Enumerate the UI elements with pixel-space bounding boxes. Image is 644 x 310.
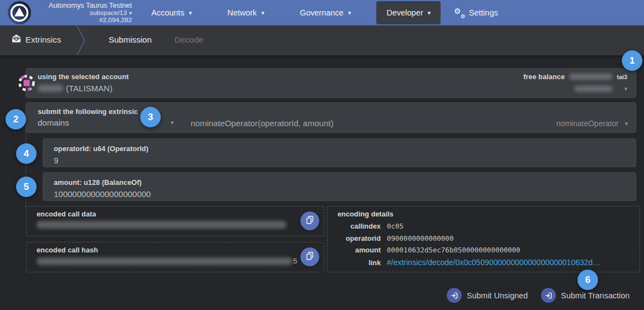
chevron-down-icon <box>428 9 431 17</box>
nav-network[interactable]: Network <box>217 1 274 24</box>
submit-unsigned-button[interactable]: Submit Unsigned <box>447 288 528 303</box>
encoded-call-hash-box: encoded call hash 5 <box>26 242 324 272</box>
annotation-circle-3: 3 <box>140 107 161 127</box>
chevron-down-icon[interactable] <box>624 85 627 92</box>
top-nav: Autonomys Taurus Testnet subspace/13 #2,… <box>0 0 644 25</box>
annotation-circle-5: 5 <box>16 177 37 197</box>
nav-developer[interactable]: Developer <box>376 1 441 24</box>
tab-submission[interactable]: Submission <box>109 35 152 44</box>
account-name-redacted <box>38 85 63 92</box>
sign-in-icon <box>541 288 556 303</box>
encoded-call-hash-label: encoded call hash <box>37 246 98 254</box>
balance-secondary-redacted <box>574 86 613 92</box>
free-balance-label: free balance <box>523 73 565 81</box>
amount-input[interactable]: 100000000000000000000 <box>54 189 151 199</box>
annotation-circle-4: 4 <box>16 143 37 164</box>
encoding-row-operatorid: operatorid 0900000000000000 <box>338 234 634 246</box>
copy-icon <box>305 251 315 263</box>
extrinsics-page: Autonomys Taurus Testnet subspace/13 #2,… <box>0 0 644 310</box>
submit-transaction-button[interactable]: Submit Transaction <box>541 288 630 303</box>
encoded-call-data-label: encoded call data <box>37 210 96 218</box>
copy-icon <box>305 215 315 227</box>
brand-block: Autonomys Taurus Testnet subspace/13 #2,… <box>35 2 132 24</box>
callindex-value: 0c05 <box>387 222 403 230</box>
breadcrumb-chevron <box>76 25 88 58</box>
chevron-down-icon[interactable] <box>171 119 174 126</box>
param-operator-id[interactable]: operatorId: u64 (OperatorId) 9 <box>43 138 636 167</box>
annotation-circle-2: 2 <box>6 109 26 130</box>
autonomys-logo-icon[interactable] <box>8 1 31 24</box>
balance-unit: tai3 <box>617 74 627 80</box>
call-data-redacted <box>37 221 287 229</box>
chevron-down-icon <box>625 120 628 127</box>
decode-link[interactable]: #/extrinsics/decode/0x0c0509000000000000… <box>387 258 600 267</box>
account-identicon[interactable] <box>18 74 35 92</box>
pallet-select[interactable]: domains <box>38 118 69 127</box>
main-menu: Accounts Network Governance Developer ⚙⚙… <box>141 0 508 25</box>
tab-decode[interactable]: Decode <box>175 35 203 44</box>
free-balance-block: free balance tai3 <box>523 73 627 92</box>
sign-in-icon <box>447 288 462 303</box>
nav-accounts[interactable]: Accounts <box>141 1 202 24</box>
gears-icon: ⚙⚙ <box>454 8 465 18</box>
chevron-down-icon <box>129 10 132 16</box>
section-title: Extrinsics <box>25 35 61 44</box>
operatorid-value: 0900000000000000 <box>387 234 453 242</box>
network-selector[interactable]: subspace/13 <box>35 9 132 17</box>
call-hash-tail: 5 <box>293 257 297 265</box>
copy-call-hash-button[interactable] <box>300 247 319 266</box>
extrinsic-label: submit the following extrinsic <box>38 107 138 116</box>
encoding-row-link: link #/extrinsics/decode/0x0c05090000000… <box>338 258 634 270</box>
encoding-row-amount: amount 000010632d5ec76b0500000000000000 <box>338 246 634 258</box>
annotation-circle-6: 6 <box>577 270 598 290</box>
chevron-down-icon <box>189 9 192 17</box>
amount-label: amount: u128 (BalanceOf) <box>54 178 142 187</box>
annotation-circle-1: 1 <box>622 50 642 71</box>
method-select[interactable]: nominateOperator <box>556 119 628 128</box>
account-wallet-suffix: (TALISMAN) <box>66 84 113 93</box>
chain-title: Autonomys Taurus Testnet <box>35 2 132 9</box>
encoded-call-data-box: encoded call data <box>26 206 324 236</box>
envelope-open-text-icon <box>11 34 22 45</box>
operator-id-input[interactable]: 9 <box>54 156 149 165</box>
tab-bar: Extrinsics Submission Decode <box>0 25 644 55</box>
param-amount[interactable]: amount: u128 (BalanceOf) 100000000000000… <box>43 172 636 201</box>
account-label: using the selected account <box>38 73 129 81</box>
account-info: using the selected account (TALISMAN) <box>38 73 129 93</box>
operator-id-label: operatorId: u64 (OperatorId) <box>54 144 149 153</box>
balance-value-redacted <box>569 74 612 80</box>
block-number: #2,094,282 <box>35 17 132 24</box>
extrinsic-selector-card: submit the following extrinsic domains n… <box>25 102 636 133</box>
selected-account-card[interactable]: using the selected account (TALISMAN) fr… <box>25 68 636 98</box>
chevron-down-icon <box>261 9 264 17</box>
chevron-down-icon <box>348 9 351 17</box>
call-signature: nominateOperator(operatorId, amount) <box>191 118 334 128</box>
nav-governance[interactable]: Governance <box>290 1 361 24</box>
nav-settings[interactable]: ⚙⚙ Settings <box>444 1 508 24</box>
encoding-row-callindex: callindex 0c05 <box>338 222 634 234</box>
copy-call-data-button[interactable] <box>300 211 319 230</box>
call-hash-redacted <box>37 257 293 265</box>
amount-hex-value: 000010632d5ec76b0500000000000000 <box>387 246 520 254</box>
encoding-details-box: encoding details callindex 0c05 operator… <box>327 206 640 272</box>
encoding-details-title: encoding details <box>338 210 393 218</box>
